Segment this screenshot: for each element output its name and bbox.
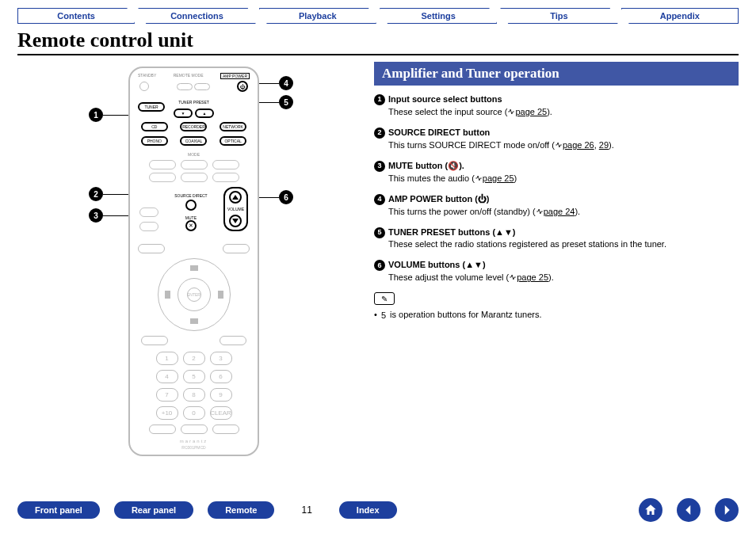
nav-remote[interactable]: Remote <box>208 501 274 519</box>
remote-brand: marantz <box>138 439 250 444</box>
bullet-4: 4 <box>374 194 385 205</box>
item-5: 5 TUNER PRESET buttons (▲▼) These select… <box>374 227 739 252</box>
item-1: 1 Input source select buttons These sele… <box>374 93 739 119</box>
item-4-pre: This turns the power on/off (standby) ( <box>388 207 536 216</box>
nav-front-panel[interactable]: Front panel <box>17 501 100 519</box>
nav-home-icon[interactable] <box>639 498 662 522</box>
tuner-preset-label: TUNER PRESET <box>178 100 209 105</box>
link-icon <box>475 174 483 182</box>
callout-2: 2 <box>89 187 103 201</box>
note-icon: ✎ <box>374 292 395 305</box>
note-pre: • <box>374 310 380 319</box>
tab-tips[interactable]: Tips <box>500 8 617 24</box>
amp-power-button: ⏻ <box>237 81 248 92</box>
mode-amp <box>177 83 193 90</box>
link-p24[interactable]: page 24 <box>544 207 575 216</box>
input-recorder: RECORDER <box>180 122 207 131</box>
tab-contents[interactable]: Contents <box>17 8 135 24</box>
bullet-1: 1 <box>374 94 385 105</box>
item-3-pre: This mutes the audio ( <box>388 173 475 183</box>
mode-label: MODE <box>130 152 258 157</box>
item-3-title: MUTE button (🔇). <box>388 160 464 173</box>
tuner-preset-up: ▲ <box>195 109 214 118</box>
item-2-title: SOURCE DIRECT button <box>388 127 490 139</box>
num-0: 0 <box>183 406 205 420</box>
item-6: 6 VOLUME buttons (▲▼) These adjust the v… <box>374 259 739 284</box>
item-4: 4 AMP POWER button (⏻) This turns the po… <box>374 193 739 219</box>
input-cd: CD <box>141 122 168 131</box>
search-btn <box>212 424 239 434</box>
num-clear: CLEAR <box>210 406 232 420</box>
item-4-title: AMP POWER button (⏻) <box>388 193 490 206</box>
remote-model: RC001PMCD <box>138 445 250 450</box>
nav-prev-icon[interactable] <box>677 498 701 522</box>
note-post: is operation buttons for Marantz tuners. <box>388 310 541 319</box>
link-p25a[interactable]: page 25 <box>515 107 547 116</box>
return-btn <box>220 336 246 345</box>
volume-label: VOLUME <box>227 207 244 211</box>
num-1: 1 <box>156 352 178 365</box>
volume-down <box>229 215 242 227</box>
callout-4: 4 <box>279 76 293 90</box>
item-5-body: These select the radio stations register… <box>388 239 666 249</box>
num-7: 7 <box>156 388 178 402</box>
num-10: +10 <box>156 406 178 420</box>
item-5-title: TUNER PRESET buttons (▲▼) <box>388 227 516 239</box>
tab-appendix[interactable]: Appendix <box>621 8 739 24</box>
nav-rear-panel[interactable]: Rear panel <box>114 501 193 519</box>
item-2: 2 SOURCE DIRECT button This turns SOURCE… <box>374 127 739 152</box>
bullet-3: 3 <box>374 161 385 172</box>
item-1-title: Input source select buttons <box>388 93 502 106</box>
num-5: 5 <box>183 370 205 383</box>
input-network: NETWORK <box>220 122 246 131</box>
mode-cd <box>194 83 210 90</box>
tuner-preset-down: ▼ <box>174 109 193 118</box>
info-btn <box>139 207 158 217</box>
dimmer-btn <box>149 424 176 434</box>
page-title: Remote control unit <box>17 29 739 55</box>
link-p29[interactable]: 29 <box>599 140 609 150</box>
item-2-pre: This turns SOURCE DIRECT mode on/off ( <box>388 140 555 150</box>
callout-6: 6 <box>279 190 293 204</box>
source-direct-label: SOURCE DIRECT <box>174 193 207 198</box>
item-3: 3 MUTE button (🔇). This mutes the audio … <box>374 160 739 185</box>
link-p25c[interactable]: page 25 <box>517 272 548 282</box>
tab-connections[interactable]: Connections <box>138 8 255 24</box>
bullet-6: 6 <box>374 260 385 271</box>
input-coaxial: COAXIAL <box>180 136 207 146</box>
link-icon <box>507 108 515 116</box>
item-6-title: VOLUME buttons (▲▼) <box>388 259 486 272</box>
remote-faded-area: ENTER 1 2 3 4 5 6 7 <box>133 238 254 450</box>
link-icon <box>536 207 544 215</box>
volume-up <box>229 191 242 204</box>
nav-next-icon[interactable] <box>715 498 739 522</box>
play-btn <box>139 222 158 231</box>
input-optical: OPTICAL <box>220 136 246 146</box>
link-p25b[interactable]: page 25 <box>483 173 514 183</box>
transport-3 <box>212 173 239 182</box>
input-phono: PHONO <box>141 136 168 146</box>
top-tab-nav: Contents Connections Playback Settings T… <box>17 8 739 24</box>
callout-3: 3 <box>89 208 103 223</box>
item-4-post: ). <box>575 207 580 216</box>
remote-body: STANDBY REMOTE MODE AMP POWER ⏻ <box>128 67 259 456</box>
home-btn <box>138 244 165 253</box>
item-1-post: ). <box>547 107 552 116</box>
num-3: 3 <box>210 352 232 365</box>
num-2: 2 <box>183 352 205 365</box>
nav-index[interactable]: Index <box>339 501 397 519</box>
bullet-5: 5 <box>374 227 385 238</box>
dpad: ENTER <box>158 258 231 331</box>
page-number: 11 <box>301 504 311 516</box>
transport-2 <box>181 173 208 182</box>
mode-btn <box>223 244 250 253</box>
mode-btn-2 <box>181 160 208 169</box>
item-6-pre: These adjust the volume level ( <box>388 272 509 282</box>
item-3-post: ) <box>514 173 517 183</box>
link-p26[interactable]: page 26 <box>563 140 594 150</box>
link-icon <box>555 141 563 149</box>
note-text: • 5 is operation buttons for Marantz tun… <box>374 310 739 320</box>
tab-settings[interactable]: Settings <box>380 8 497 24</box>
item-6-post: ). <box>548 272 554 282</box>
tab-playback[interactable]: Playback <box>259 8 376 24</box>
